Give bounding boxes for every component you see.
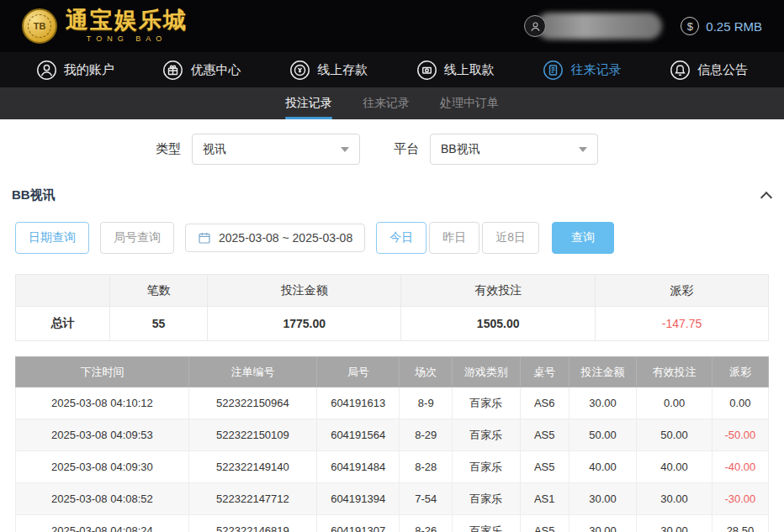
tab-transaction-records[interactable]: 往来记录 — [363, 88, 410, 119]
section-title: BB视讯 — [12, 187, 56, 203]
tab-label: 往来记录 — [363, 88, 410, 111]
chevron-down-icon — [341, 147, 349, 152]
date-query-button[interactable]: 日期查询 — [15, 222, 89, 254]
bet-cell-game-type: 百家乐 — [453, 419, 521, 451]
user-account-area[interactable] — [524, 13, 662, 40]
logo-coin-text: TB — [28, 14, 51, 38]
balance-amount: 0.25 RMB — [706, 19, 762, 34]
logo-coin-icon: TB — [22, 8, 57, 44]
bet-header-valid-bet: 有效投注 — [637, 357, 712, 387]
bet-cell-table-no: AS1 — [520, 483, 569, 515]
bet-header-time: 下注时间 — [16, 357, 189, 387]
yesterday-button[interactable]: 昨日 — [429, 222, 479, 254]
bet-cell-valid-bet: 40.00 — [637, 451, 712, 483]
logo[interactable]: TB 通宝娱乐城 TONG BAO — [22, 8, 188, 44]
bet-cell-session: 8-29 — [400, 419, 453, 451]
bet-cell-payout: -50.00 — [712, 419, 768, 451]
bet-cell-bet[interactable]: 40.00 — [569, 451, 637, 483]
nav-item-label: 优惠中心 — [190, 62, 241, 78]
bet-cell-time: 2025-03-08 04:10:12 — [16, 387, 189, 419]
bet-cell-session: 8-26 — [400, 515, 453, 532]
search-button[interactable]: 查询 — [552, 222, 614, 254]
tab-label: 投注记录 — [285, 88, 332, 111]
bet-table-body: 2025-03-08 04:10:12522322150964604191613… — [16, 387, 769, 532]
balance[interactable]: $ 0.25 RMB — [681, 17, 762, 35]
nav-item-deposit[interactable]: 线上存款 — [289, 60, 368, 81]
bet-cell-round-id: 604191394 — [316, 483, 399, 515]
bet-table: 下注时间 注单编号 局号 场次 游戏类别 桌号 投注金额 有效投注 派彩 202… — [15, 356, 769, 532]
date-range-value: 2025-03-08 ~ 2025-03-08 — [219, 231, 352, 245]
bet-header-order-id: 注单编号 — [188, 357, 316, 387]
bet-cell-round-id: 604191307 — [316, 515, 399, 532]
logo-subtitle: TONG BAO — [66, 34, 188, 43]
bet-cell-game-type: 百家乐 — [453, 387, 521, 419]
summary-payout-value: -147.75 — [596, 307, 769, 341]
redacted-username — [536, 13, 662, 40]
bet-header-payout: 派彩 — [712, 357, 768, 387]
bet-cell-table-no: AS5 — [520, 419, 569, 451]
bet-table-header-row: 下注时间 注单编号 局号 场次 游戏类别 桌号 投注金额 有效投注 派彩 — [16, 357, 769, 387]
bet-table-row: 2025-03-08 04:09:53522322150109604191564… — [16, 419, 769, 451]
summary-total-row: 总计 55 1775.00 1505.00 -147.75 — [16, 307, 769, 341]
bet-cell-round-id: 604191564 — [316, 419, 399, 451]
platform-label: 平台 — [394, 141, 419, 157]
tab-label: 处理中订单 — [440, 88, 499, 111]
bet-cell-game-type: 百家乐 — [453, 483, 521, 515]
nav-item-withdraw[interactable]: 线上取款 — [416, 60, 495, 81]
bet-cell-bet[interactable]: 30.00 — [569, 515, 637, 532]
nav-item-promotions[interactable]: 优惠中心 — [162, 60, 241, 81]
bet-cell-bet[interactable]: 30.00 — [569, 483, 637, 515]
nav-item-label: 信息公告 — [697, 62, 748, 78]
gift-icon — [162, 60, 183, 81]
query-toolbar: 日期查询 局号查询 2025-03-08 ~ 2025-03-08 今日 昨日 … — [15, 222, 784, 254]
date-range-input[interactable]: 2025-03-08 ~ 2025-03-08 — [185, 224, 365, 252]
bet-cell-payout: -30.00 — [712, 483, 768, 515]
bet-cell-time: 2025-03-08 04:09:30 — [16, 451, 189, 483]
bell-icon — [670, 60, 691, 81]
summary-header-valid-bet: 有效投注 — [401, 275, 596, 307]
tab-bet-records[interactable]: 投注记录 — [285, 88, 332, 119]
active-tab-underline — [285, 117, 332, 119]
round-query-button[interactable]: 局号查询 — [100, 222, 174, 254]
bet-cell-table-no: AS5 — [520, 451, 569, 483]
tab-pending-orders[interactable]: 处理中订单 — [440, 88, 499, 119]
today-button[interactable]: 今日 — [376, 222, 426, 254]
summary-header-empty — [16, 275, 110, 307]
bet-cell-time: 2025-03-08 04:08:24 — [16, 515, 189, 532]
withdraw-icon — [416, 60, 437, 81]
bet-cell-order-id: 522322150964 — [188, 387, 316, 419]
user-icon — [36, 60, 57, 81]
platform-select[interactable]: BB视讯 — [430, 134, 598, 165]
nav-item-label: 线上取款 — [444, 62, 495, 78]
type-label: 类型 — [156, 141, 181, 157]
bet-cell-payout: -40.00 — [712, 451, 768, 483]
bet-cell-session: 7-54 — [400, 483, 453, 515]
bet-cell-session: 8-28 — [400, 451, 453, 483]
nav-item-label: 线上存款 — [317, 62, 368, 78]
quick-date-group: 今日 昨日 近8日 — [376, 222, 539, 254]
bet-table-row: 2025-03-08 04:08:52522322147712604191394… — [16, 483, 769, 515]
main-nav: 我的账户 优惠中心 线上存款 线上取款 — [0, 52, 784, 87]
bet-cell-payout: 28.50 — [712, 515, 768, 532]
bet-header-table-no: 桌号 — [520, 357, 569, 387]
bet-cell-order-id: 522322150109 — [188, 419, 316, 451]
summary-table: 笔数 投注金额 有效投注 派彩 总计 55 1775.00 1505.00 -1… — [15, 274, 769, 341]
bet-cell-bet[interactable]: 30.00 — [569, 387, 637, 419]
recent8-button[interactable]: 近8日 — [482, 222, 539, 254]
platform-select-value: BB视讯 — [441, 142, 480, 157]
nav-item-records[interactable]: 往来记录 — [543, 60, 621, 81]
bet-cell-bet[interactable]: 50.00 — [569, 419, 637, 451]
nav-item-announcements[interactable]: 信息公告 — [670, 60, 748, 81]
records-icon — [543, 60, 564, 81]
nav-item-account[interactable]: 我的账户 — [36, 60, 114, 81]
type-select[interactable]: 视讯 — [192, 134, 360, 165]
bet-header-game-type: 游戏类别 — [453, 357, 521, 387]
nav-item-label: 我的账户 — [64, 62, 114, 78]
bet-cell-valid-bet: 30.00 — [637, 483, 712, 515]
bet-header-bet-amount: 投注金额 — [569, 357, 637, 387]
summary-count-value: 55 — [109, 307, 207, 341]
collapse-chevron-icon[interactable] — [760, 192, 772, 203]
bet-cell-game-type: 百家乐 — [453, 515, 521, 532]
header-right: $ 0.25 RMB — [524, 13, 762, 40]
bet-table-row: 2025-03-08 04:08:24522322146819604191307… — [16, 515, 769, 532]
